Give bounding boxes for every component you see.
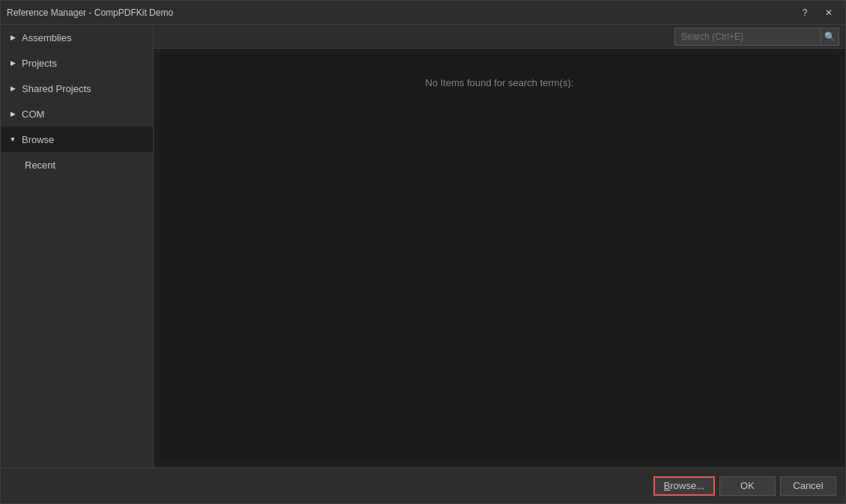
search-icon-button[interactable]: 🔍 bbox=[821, 28, 839, 46]
right-panel: 🔍 No Items found for search term(s): bbox=[154, 25, 845, 467]
window-title: Reference Manager - CompPDFKit Demo bbox=[7, 7, 173, 18]
arrow-icon-browse: ▼ bbox=[7, 133, 19, 145]
sidebar-label-assemblies: Assemblies bbox=[22, 32, 71, 43]
sidebar-sub-label-recent: Recent bbox=[25, 160, 55, 171]
window: Reference Manager - CompPDFKit Demo ? ✕ … bbox=[0, 0, 846, 504]
sidebar-sub-item-recent[interactable]: Recent bbox=[1, 152, 153, 177]
sidebar-item-browse[interactable]: ▼ Browse bbox=[1, 127, 153, 152]
bottom-bar: Browse... OK Cancel bbox=[1, 467, 845, 503]
close-button[interactable]: ✕ bbox=[818, 4, 839, 21]
sidebar-item-com[interactable]: ▶ COM bbox=[1, 101, 153, 127]
arrow-icon-projects: ▶ bbox=[7, 57, 19, 69]
title-bar-controls: ? ✕ bbox=[794, 4, 839, 21]
search-input[interactable] bbox=[675, 28, 821, 45]
cancel-button[interactable]: Cancel bbox=[780, 476, 836, 496]
help-button[interactable]: ? bbox=[794, 4, 815, 21]
sidebar-item-assemblies[interactable]: ▶ Assemblies bbox=[1, 25, 153, 50]
content-area: No Items found for search term(s): bbox=[160, 55, 839, 461]
sidebar-label-com: COM bbox=[22, 109, 44, 120]
search-container: 🔍 bbox=[674, 28, 839, 46]
sidebar: ▶ Assemblies ▶ Projects ▶ Shared Project… bbox=[1, 25, 154, 467]
arrow-icon-com: ▶ bbox=[7, 108, 19, 120]
sidebar-label-browse: Browse bbox=[22, 134, 54, 145]
main-content: ▶ Assemblies ▶ Projects ▶ Shared Project… bbox=[1, 25, 845, 467]
sidebar-label-shared-projects: Shared Projects bbox=[22, 83, 91, 94]
search-bar: 🔍 bbox=[154, 25, 845, 49]
sidebar-label-projects: Projects bbox=[22, 58, 57, 69]
magnifier-icon: 🔍 bbox=[824, 31, 836, 42]
title-bar-left: Reference Manager - CompPDFKit Demo bbox=[7, 7, 173, 18]
title-bar: Reference Manager - CompPDFKit Demo ? ✕ bbox=[1, 1, 845, 25]
sidebar-item-projects[interactable]: ▶ Projects bbox=[1, 50, 153, 76]
browse-label: Browse... bbox=[664, 480, 704, 491]
sidebar-item-shared-projects[interactable]: ▶ Shared Projects bbox=[1, 76, 153, 101]
browse-button[interactable]: Browse... bbox=[653, 476, 715, 496]
no-items-message: No Items found for search term(s): bbox=[426, 77, 574, 88]
arrow-icon-assemblies: ▶ bbox=[7, 31, 19, 43]
arrow-icon-shared-projects: ▶ bbox=[7, 82, 19, 94]
ok-button[interactable]: OK bbox=[719, 476, 776, 496]
